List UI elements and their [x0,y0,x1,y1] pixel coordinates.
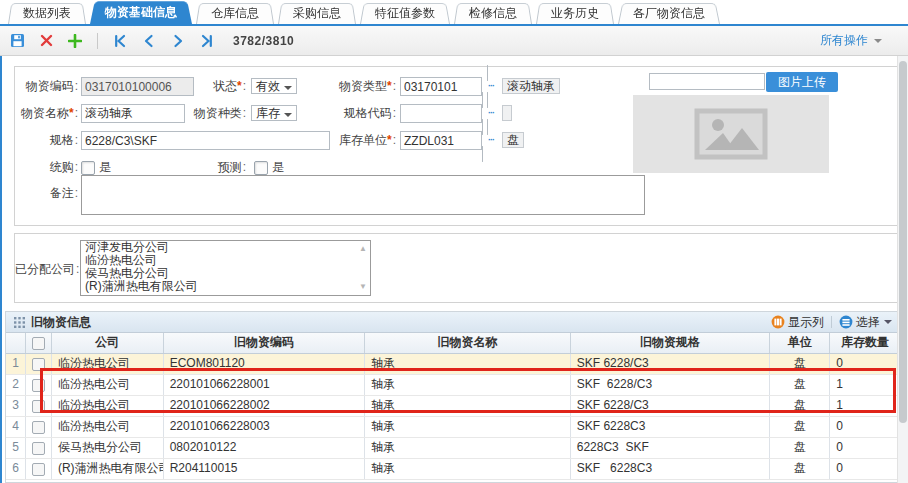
last-record-button[interactable] [200,34,214,48]
tab-label: 检修信息 [469,6,517,20]
remark-textarea[interactable] [81,175,645,215]
next-record-button[interactable] [171,34,185,48]
cell-stock-qty: 1 [830,375,900,395]
row-number: 6 [6,459,26,479]
cell-unit: 盘 [770,417,830,437]
row-number: 5 [6,438,26,458]
cell-stock-qty: 0 [830,354,900,374]
cell-stock-qty: 0 [830,438,900,458]
select-all-checkbox[interactable] [32,337,45,350]
scroll-up-icon[interactable]: ▲ [359,245,367,253]
image-upload-field[interactable] [649,73,765,90]
unified-purchase-label: 统购 [15,159,78,176]
material-kind-value: 库存 [256,106,280,120]
cell-stock-qty: 0 [830,417,900,437]
material-code-label: 物资编码 [15,78,78,95]
table-row[interactable]: 5 侯马热电分公司 0802010122 轴承 6228C3 SKF 盘 0 [6,438,900,459]
tab-item[interactable]: 采购信息 [278,1,356,24]
chevron-down-icon [884,320,892,328]
header-old-spec: 旧物资规格 [571,333,771,353]
spec-field[interactable] [81,131,330,150]
spec-code-field[interactable] [400,104,482,123]
prev-record-button[interactable] [142,34,156,48]
material-kind-select[interactable]: 库存 [251,105,297,121]
tab-label: 数据列表 [23,6,71,20]
tab-item[interactable]: 仓库信息 [196,1,274,24]
row-checkbox[interactable] [32,421,45,434]
material-name-label: 物资名称* [15,105,78,122]
row-checkbox[interactable] [32,400,45,413]
header-unit: 单位 [770,333,830,353]
record-counter: 3782/3810 [233,34,294,48]
tab-item[interactable]: 业务历史 [536,1,614,24]
forecast-checkbox[interactable] [254,161,268,175]
stock-unit-lookup-icon[interactable] [482,119,500,162]
table-row[interactable]: 6 (R)蒲洲热电有限公司 R204110015 轴承 SKF 6228C3 盘… [6,459,900,480]
next-icon [171,34,185,48]
first-record-button[interactable] [113,34,127,48]
table-header-row: 公司 旧物资编码 旧物资名称 旧物资规格 单位 库存数量 [6,333,900,354]
tab-item[interactable]: 物资基础信息 [90,0,192,24]
material-type-name: 滚动轴承 [502,78,560,94]
material-kind-label: 物资种类 [192,105,246,122]
last-icon [200,34,214,48]
cell-company: 侯马热电分公司 [52,438,164,458]
cell-unit: 盘 [770,354,830,374]
show-columns-button[interactable]: 显示列 [771,314,824,331]
material-name-field[interactable] [81,104,185,123]
old-materials-panel: 旧物资信息 显示列 选择 公司 旧物资编码 旧物资名称 旧物资规格 [5,311,901,483]
tab-item[interactable]: 数据列表 [8,1,86,24]
scrollbar-thumb[interactable] [899,61,907,423]
cell-unit: 盘 [770,459,830,479]
cell-old-code: 220101066228003 [164,417,366,437]
table-row[interactable]: 4 临汾热电公司 220101066228003 轴承 SKF 6228C3 盘… [6,417,900,438]
save-button[interactable] [10,33,25,48]
material-type-label: 物资类型* [328,78,396,95]
delete-button[interactable] [40,34,53,47]
status-select[interactable]: 有效 [251,78,297,94]
row-checkbox[interactable] [32,442,45,455]
row-checkbox[interactable] [32,379,45,392]
tab-label: 特征值参数 [375,6,435,20]
row-checkbox-cell [26,438,52,458]
image-placeholder [633,95,829,173]
cell-old-name: 轴承 [365,375,571,395]
row-checkbox-cell [26,375,52,395]
tab-item[interactable]: 检修信息 [454,1,532,24]
material-type-field[interactable] [400,77,482,96]
company-list-item[interactable]: (R)蒲洲热电有限公司 [81,280,370,293]
prev-icon [142,34,156,48]
cell-company: (R)蒲洲热电有限公司 [52,459,164,479]
stock-unit-name: 盘 [502,132,524,148]
remark-label: 备注 [15,185,78,202]
add-button[interactable] [68,34,82,48]
form-grid: 物资编码 状态* 有效 物资类型* 滚动轴承 物资名称* 物资种类 库存 规格代… [15,73,624,181]
tab-item[interactable]: 特征值参数 [360,1,450,24]
header-checkbox-cell [26,333,52,353]
vertical-scrollbar[interactable] [897,56,908,483]
cell-company: 临汾热电公司 [52,396,164,416]
row-checkbox-cell [26,396,52,416]
scroll-down-icon[interactable]: ▼ [359,283,367,291]
plus-icon [68,34,82,48]
stock-unit-field[interactable] [400,131,482,150]
table-row[interactable]: 2 临汾热电公司 220101066228001 轴承 SKF 6228/C3 … [6,375,900,396]
delete-x-icon [40,34,53,47]
image-upload-button[interactable]: 图片上传 [766,72,838,92]
material-code-field[interactable] [81,77,194,96]
cell-company: 临汾热电公司 [52,375,164,395]
table-row[interactable]: 3 临汾热电公司 220101066228002 轴承 SKF 6228/C3 … [6,396,900,417]
toolbar-separator [97,33,98,49]
row-checkbox[interactable] [32,358,45,371]
tab-item[interactable]: 各厂物资信息 [618,1,720,24]
all-operations-button[interactable]: 所有操作 [820,32,882,49]
row-number: 4 [6,417,26,437]
tab-label: 采购信息 [293,6,341,20]
unified-purchase-checkbox[interactable] [81,161,95,175]
first-icon [113,34,127,48]
cell-company: 临汾热电公司 [52,417,164,437]
select-menu-button[interactable]: 选择 [839,314,892,331]
assigned-companies-listbox[interactable]: ▲ ▼ 河津发电分公司 临汾热电公司 侯马热电分公司 (R)蒲洲热电有限公司 [80,240,371,296]
table-row[interactable]: 1 临汾热电公司 ECOM801120 轴承 SKF 6228/C3 盘 0 [6,354,900,375]
row-checkbox[interactable] [32,463,45,476]
